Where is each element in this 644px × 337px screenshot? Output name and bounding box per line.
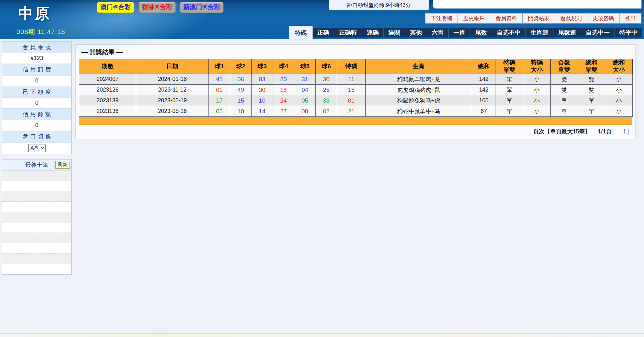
results-column-header: 特碼 大小 [523,59,551,74]
last-ten-empty-row [2,264,71,274]
cell-ball: 10 [230,106,252,117]
results-column-header: 球5 [294,59,316,74]
lottery-tab[interactable]: 新澳门⑥合彩 [180,2,224,13]
header: 中原 澳门⑥合彩香港⑥合彩新澳门⑥合彩 距自動封盤尚餘:9小時43分 下注明細歷… [0,0,644,39]
last-ten-empty-row [2,233,71,243]
results-column-header: 特碼 單雙 [496,59,523,74]
menu-item[interactable]: 會員資料 [490,14,522,23]
results-column-header: 球1 [209,59,230,74]
plate-select-row: A盘 [2,143,71,154]
account-field-label: 已下額度 [2,86,71,98]
cell-period: 2023138 [79,106,136,117]
nav-tab[interactable]: 六肖 [427,28,449,37]
cell-flag: 小 [523,74,551,85]
cell-date: 2023-05-19 [136,95,209,106]
nav-tab[interactable]: 連碼 [362,28,384,37]
cell-ball: 05 [294,95,316,106]
close-countdown-text: 距自動封盤尚餘:9小時43分 [329,0,429,10]
cell-zodiac: 虎虎鸡鸡猪虎+鼠 [366,85,472,95]
cell-ball: 10 [252,95,273,106]
nav-tab[interactable]: 其他 [405,28,427,37]
nav-tab[interactable]: 正碼特 [334,28,362,37]
lottery-switcher: 澳门⑥合彩香港⑥合彩新澳门⑥合彩 [97,2,224,13]
cell-flag: 小 [605,106,633,117]
cell-flag: 小 [605,74,633,85]
menu-item[interactable]: 歷史帳戶 [458,14,490,23]
cell-special-number: 01 [337,95,366,106]
cell-zodiac: 狗鼠蛇兔狗马+虎 [366,95,472,106]
last-ten-empty-row [2,212,71,222]
cell-flag: 小 [523,95,551,106]
pagination-label: 頁次【單頁最大15筆】 [533,128,590,135]
cell-date: 2024-01-18 [136,74,209,85]
footer-strip [0,334,644,337]
lottery-tab-active[interactable]: 澳门⑥合彩 [97,2,134,13]
cell-ball: 27 [273,106,294,117]
nav-tab[interactable]: 特平中 [615,28,642,37]
cell-flag: 單 [578,95,605,106]
cell-flag: 單 [496,106,523,117]
results-header-row: 期數日期球1球2球3球4球5球6特碼生肖總和特碼 單雙特碼 大小合數 單雙總和 … [79,59,633,74]
menu-item[interactable]: 登出 [619,14,641,23]
cell-flag: 單 [578,106,605,117]
cell-flag: 單 [496,95,523,106]
last-ten-header: 最後十筆 刷新 [2,160,71,171]
cell-period: 2023139 [79,95,136,106]
menu-item[interactable]: 遊戲規則 [555,14,587,23]
plate-select[interactable]: A盘 [28,144,46,152]
last-ten-box: 最後十筆 刷新 [2,159,72,275]
nav-tab[interactable]: 一肖 [449,28,470,37]
last-ten-empty-row [2,171,71,181]
sidebar: 會員帳號a123信用額度0已下額度0信用餘額0盘口切换A盘 最後十筆 刷新 [2,41,72,275]
cell-ball: 41 [209,74,230,85]
cell-total: 87 [472,106,496,117]
cell-ball: 02 [316,106,337,117]
menu-item[interactable]: 開獎結果 [522,14,555,23]
cell-flag: 小 [523,106,551,117]
cell-period: 2023126 [79,85,136,95]
cell-ball: 30 [252,85,273,95]
account-field-value: 0 [2,98,71,109]
cell-ball: 31 [294,74,316,85]
pagination: 頁次【單頁最大15筆】 1/1頁 |1| [76,128,630,135]
nav-tab[interactable]: 自选中一 [581,28,615,37]
account-field-label: 信用額度 [2,64,71,76]
lottery-tab[interactable]: 香港⑥合彩 [138,2,176,13]
nav-tab[interactable]: 尾數連 [553,28,581,37]
cell-date: 2023-11-12 [136,85,209,95]
table-row: 20231392023-05-1917151024053301狗鼠蛇兔狗马+虎1… [79,95,633,106]
menu-item[interactable]: 更改密碼 [587,14,619,23]
nav-tab[interactable]: 過關 [384,28,405,37]
site-logo: 中原 [18,4,51,24]
cell-ball: 20 [273,74,294,85]
last-ten-empty-row [2,254,71,264]
results-title: — 開獎結果 — [81,48,635,56]
results-column-header: 期數 [79,59,136,74]
last-ten-rows [2,171,71,274]
last-ten-empty-row [2,202,71,212]
nav-tab[interactable]: 正碼 [313,28,334,37]
last-ten-empty-row [2,222,71,233]
last-ten-empty-row [2,191,71,202]
cell-flag: 單 [496,85,523,95]
nav-tab[interactable]: 生肖連 [526,28,553,37]
results-column-header: 日期 [136,59,209,74]
results-column-header: 球2 [230,59,252,74]
menu-item[interactable]: 下注明細 [425,14,458,23]
cell-flag: 小 [605,95,633,106]
pagination-separator: | [620,128,622,135]
cell-ball: 06 [230,74,252,85]
cell-ball: 05 [209,106,230,117]
page-link-1[interactable]: 1 [623,128,626,135]
nav-tabs: 特碼正碼正碼特連碼過關其他六肖一肖尾数自选不中生肖連尾數連自选中一特平中 [289,26,642,39]
account-field-value: a123 [2,53,71,64]
cell-special-number: 11 [337,74,366,85]
cell-total: 142 [472,74,496,85]
nav-tab[interactable]: 尾数 [470,28,492,37]
table-footer-bar [79,117,632,125]
cell-special-number: 15 [337,85,366,95]
refresh-button[interactable]: 刷新 [55,161,70,169]
nav-tab[interactable]: 自选不中 [492,28,526,37]
nav-tab[interactable]: 特碼 [289,26,313,39]
results-column-header: 總和 [472,59,496,74]
